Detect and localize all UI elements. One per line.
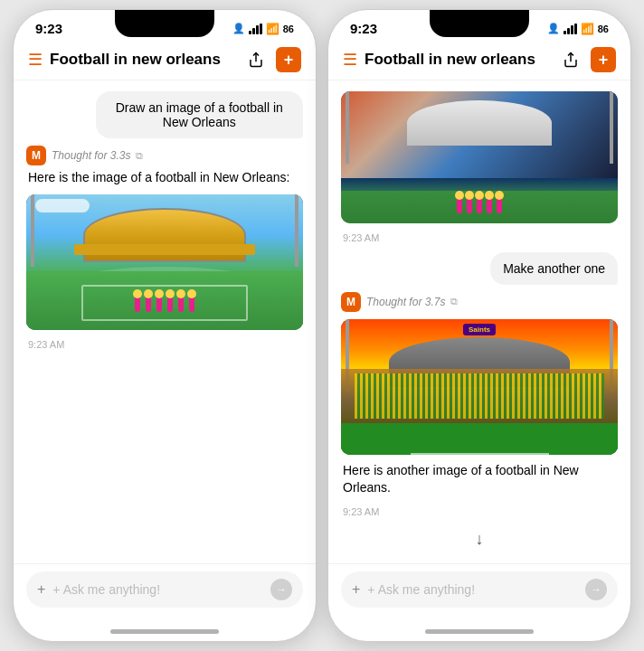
phone-2: 9:23 👤 📶 86 ☰ Football in new orleans [327,9,631,642]
menu-icon[interactable]: ☰ [28,50,43,70]
dome-ring-1 [74,244,255,255]
light-pole-right-1 [295,194,298,267]
new-chat-button-1[interactable]: + [276,47,301,72]
input-box-1[interactable]: + + Ask me anything! → [26,571,303,608]
menu-icon-2[interactable]: ☰ [343,50,357,70]
input-placeholder-2[interactable]: + Ask me anything! [367,582,578,597]
stadium-visual-3: Saints [341,319,618,455]
cheer-3 [156,294,162,312]
crowd-dots [355,373,603,419]
assistant-row-1: M Thought for 3.3s ⧉ Here is the image o… [26,146,303,187]
signal-icon-2 [564,24,577,34]
header-actions-2: + [558,47,616,72]
input-placeholder-1[interactable]: + Ask me anything! [52,582,263,597]
battery-icon-2: 86 [598,24,609,34]
assistant-row-2: M Thought for 3.7s ⧉ [341,292,618,312]
down-arrow-icon: ↓ [476,530,484,549]
chat-area-1[interactable]: Draw an image of a football in New Orlea… [14,80,316,563]
share-button-2[interactable] [558,47,583,72]
cheer-2-2 [467,195,472,213]
cheer-1 [135,294,140,312]
cheer-5 [178,294,184,312]
battery-icon: 86 [283,24,294,34]
cheer-2-4 [487,195,492,213]
signal-icon [249,24,262,34]
scroll-indicator: ↓ [341,526,618,552]
input-area-1: + + Ask me anything! → [14,563,316,626]
new-chat-button-2[interactable]: + [591,47,616,72]
send-button-2[interactable]: → [585,579,607,600]
stadium-visual-2 [341,91,618,223]
dome-2 [407,100,552,146]
phone-1: 9:23 👤 📶 86 ☰ Football in new orleans [13,9,317,642]
user-message-2: Make another one [490,252,618,285]
cheer-2 [146,294,151,312]
field-bottom [341,423,618,455]
timestamp-2b: 9:23 AM [341,505,618,519]
thought-text-1: Thought for 3.3s [52,149,130,162]
home-indicator-1 [110,629,219,634]
page-title-2: Football in new orleans [365,51,551,69]
assistant-text-1: Here is the image of a football in New O… [26,169,303,187]
cheerleaders-2 [457,195,502,213]
light-left-2 [346,91,349,164]
person-icon-2: 👤 [547,23,560,34]
top-image-2 [341,91,618,223]
assistant-text-2: Here is another image of a football in N… [341,462,618,497]
page-title-1: Football in new orleans [50,51,236,69]
generated-image-2: Saints [341,319,618,455]
home-indicator-2 [425,629,534,634]
status-icons-1: 👤 📶 86 [232,23,294,35]
cheer-6 [189,294,194,312]
thought-row-1: M Thought for 3.3s ⧉ [26,146,303,165]
input-plus-icon-2[interactable]: + [352,581,360,598]
send-button-1[interactable]: → [270,579,292,600]
assistant-avatar-2: M [341,292,361,312]
assistant-avatar-1: M [26,146,46,165]
generated-image-1 [26,194,303,330]
notch [115,10,214,37]
input-plus-icon-1[interactable]: + [37,581,45,598]
light-right-2 [610,91,613,164]
light-pole-left-1 [31,194,34,267]
status-icons-2: 👤 📶 86 [547,23,609,35]
input-area-2: + + Ask me anything! → [328,563,630,626]
field-marking [411,453,549,455]
cheer-4 [167,294,173,312]
wifi-icon-2: 📶 [581,23,594,35]
wifi-icon: 📶 [266,23,279,35]
saints-sign: Saints [463,324,496,335]
app-header-2: ☰ Football in new orleans + [328,40,630,80]
cheer-2-1 [457,195,462,213]
cheer-2-5 [497,195,502,213]
share-button-1[interactable] [243,47,269,72]
user-message-1: Draw an image of a football in New Orlea… [96,91,304,138]
header-actions-1: + [243,47,301,72]
chat-area-2[interactable]: 9:23 AM Make another one M Thought for 3… [328,80,630,563]
input-box-2[interactable]: + + Ask me anything! → [341,571,618,608]
person-icon: 👤 [232,23,245,34]
timestamp-2a: 9:23 AM [341,231,618,245]
stadium-visual-1 [26,194,303,330]
cloud-1 [35,199,90,212]
time-2: 9:23 [350,21,377,36]
cheerleaders-1 [135,294,194,312]
copy-icon-2[interactable]: ⧉ [450,296,458,307]
copy-icon-1[interactable]: ⧉ [136,150,143,162]
cheer-2-3 [477,195,482,213]
time-1: 9:23 [35,21,62,36]
thought-row-2: M Thought for 3.7s ⧉ [341,292,618,312]
app-header-1: ☰ Football in new orleans + [14,40,316,80]
thought-text-2: Thought for 3.7s [366,296,445,308]
notch-2 [430,10,529,37]
timestamp-1: 9:23 AM [26,337,303,352]
